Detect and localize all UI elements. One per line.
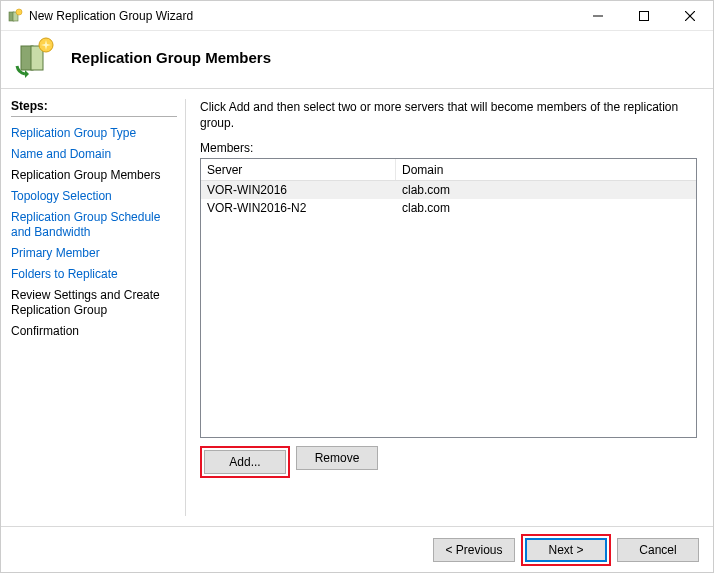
step-folders-to-replicate[interactable]: Folders to Replicate [11, 264, 177, 285]
window-controls [575, 1, 713, 30]
wizard-icon [7, 8, 23, 24]
svg-rect-4 [640, 11, 649, 20]
next-button[interactable]: Next > [525, 538, 607, 562]
titlebar: New Replication Group Wizard [1, 1, 713, 31]
step-replication-group-type[interactable]: Replication Group Type [11, 123, 177, 144]
column-header-domain[interactable]: Domain [396, 159, 696, 180]
svg-point-2 [16, 9, 22, 15]
cell-server: VOR-WIN2016-N2 [201, 201, 396, 215]
instruction-text: Click Add and then select two or more se… [200, 99, 697, 131]
next-button-highlight: Next > [521, 534, 611, 566]
wizard-header: Replication Group Members [1, 31, 713, 89]
cell-server: VOR-WIN2016 [201, 183, 396, 197]
maximize-button[interactable] [621, 1, 667, 30]
members-label: Members: [200, 141, 697, 155]
table-row[interactable]: VOR-WIN2016 clab.com [201, 181, 696, 199]
sidebar-separator [11, 116, 177, 117]
steps-sidebar: Steps: Replication Group Type Name and D… [1, 89, 185, 526]
column-header-server[interactable]: Server [201, 159, 396, 180]
replication-group-icon [13, 36, 57, 80]
step-schedule-bandwidth[interactable]: Replication Group Schedule and Bandwidth [11, 207, 177, 243]
page-title: Replication Group Members [71, 49, 271, 66]
add-button[interactable]: Add... [204, 450, 286, 474]
step-name-and-domain[interactable]: Name and Domain [11, 144, 177, 165]
previous-button[interactable]: < Previous [433, 538, 515, 562]
step-review-settings: Review Settings and Create Replication G… [11, 285, 177, 321]
wizard-footer: < Previous Next > Cancel [1, 526, 713, 572]
table-row[interactable]: VOR-WIN2016-N2 clab.com [201, 199, 696, 217]
minimize-button[interactable] [575, 1, 621, 30]
step-topology-selection[interactable]: Topology Selection [11, 186, 177, 207]
step-primary-member[interactable]: Primary Member [11, 243, 177, 264]
svg-marker-9 [25, 70, 29, 78]
close-button[interactable] [667, 1, 713, 30]
cancel-button[interactable]: Cancel [617, 538, 699, 562]
add-button-highlight: Add... [200, 446, 290, 478]
main-panel: Click Add and then select two or more se… [186, 89, 713, 526]
steps-label: Steps: [11, 99, 177, 113]
cell-domain: clab.com [396, 201, 696, 215]
members-list[interactable]: Server Domain VOR-WIN2016 clab.com VOR-W… [200, 158, 697, 438]
step-replication-group-members[interactable]: Replication Group Members [11, 165, 177, 186]
window-title: New Replication Group Wizard [29, 9, 575, 23]
list-header: Server Domain [201, 159, 696, 181]
cell-domain: clab.com [396, 183, 696, 197]
remove-button[interactable]: Remove [296, 446, 378, 470]
step-confirmation: Confirmation [11, 321, 177, 342]
